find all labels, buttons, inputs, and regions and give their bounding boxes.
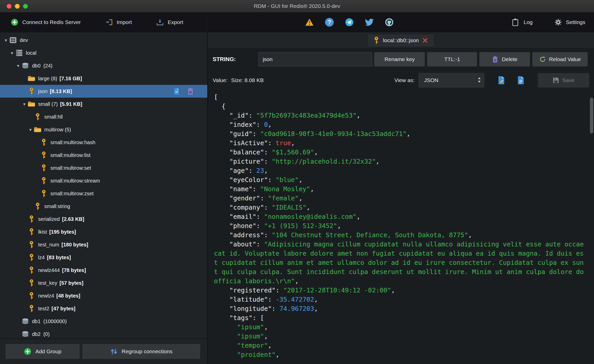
close-tab-icon[interactable] [422, 38, 428, 43]
edit-key-icon[interactable] [173, 87, 180, 95]
json-line: "address": "104 Chestnut Street, Defianc… [214, 231, 584, 240]
tab-key-json[interactable]: local::db0::json [368, 34, 434, 47]
expander-down-icon[interactable]: ▼ [21, 102, 28, 106]
delete-key-icon[interactable] [187, 87, 194, 95]
tree-item-small-7-[interactable]: ▼small (7)[5.91 KB] [0, 98, 207, 110]
key-icon [40, 164, 48, 172]
tree-item-db1[interactable]: db1(1000000) [0, 315, 207, 328]
edit-in-editor-icon[interactable] [498, 76, 505, 85]
tree-item-lz4[interactable]: lz4[83 bytes] [0, 251, 207, 264]
twitter-icon[interactable] [365, 18, 374, 27]
tree-item-small-multirow-hash[interactable]: small:multirow:hash [0, 136, 207, 149]
tree-item-db0[interactable]: ▼db0(24) [0, 59, 207, 72]
expander-down-icon[interactable]: ▼ [3, 38, 9, 42]
tree-item-label: test2 [38, 306, 49, 312]
tree-item-label: json [38, 88, 48, 94]
help-icon[interactable]: ? [325, 18, 334, 27]
json-line: "age": 23, [214, 166, 584, 175]
value-panel: local::db0::json STRING: Rename key TTL:… [208, 32, 594, 364]
key-icon [28, 241, 35, 248]
tree-item-label: db0 [32, 63, 40, 69]
open-as-file-icon[interactable] [517, 76, 525, 85]
tree-item-db2[interactable]: db2(0) [0, 328, 207, 338]
sidebar-footer: Add Group Regroup connections [0, 338, 207, 364]
tree-item-multirow-5-[interactable]: ▼multirow (5) [0, 123, 207, 136]
key-icon [34, 113, 41, 121]
tree-item-small-hll[interactable]: small:hll [0, 110, 207, 123]
window-title: RDM - GUI for Redis® 2020.5.0-dev [254, 3, 340, 9]
tree-item-size: [195 bytes] [49, 229, 76, 235]
key-icon [28, 215, 35, 223]
save-label: Save [562, 77, 575, 83]
dbstack-icon [15, 49, 23, 57]
warning-icon[interactable] [305, 18, 314, 27]
tree-item-local[interactable]: ▼local [0, 47, 207, 59]
ttl-button[interactable]: TTL:-1 [427, 52, 477, 66]
tree-item-json[interactable]: json[8.13 KB] [0, 85, 207, 98]
tree-item-count: (24) [43, 63, 52, 69]
tree-item-size: [180 bytes] [61, 242, 88, 248]
expander-down-icon[interactable]: ▼ [27, 128, 34, 132]
json-line: [ [214, 93, 584, 102]
key-icon [28, 292, 35, 300]
tree-item-size: [5.91 KB] [60, 101, 82, 107]
reload-icon [539, 56, 546, 63]
save-button[interactable]: Save [538, 73, 589, 87]
add-group-button[interactable]: Add Group [6, 344, 80, 359]
tree-item-label: lz4 [38, 255, 45, 260]
expander-down-icon[interactable]: ▼ [9, 51, 15, 55]
json-line: "name": "Nona Mosley", [214, 185, 584, 194]
tree-item-small-multirow-stream[interactable]: small:multirow:stream [0, 174, 207, 187]
tree-item-small-multirow-zset[interactable]: small:multirow:zset [0, 187, 207, 200]
tree-item-label: serialized [38, 216, 60, 222]
value-tools [498, 76, 525, 85]
github-icon[interactable] [385, 18, 394, 27]
json-line: "proident", [214, 350, 584, 359]
tree-item-lkist[interactable]: lkist[195 bytes] [0, 225, 207, 238]
tree-item-small-multirow-set[interactable]: small:multirow:set [0, 162, 207, 174]
tree-item-dev[interactable]: ▼dev [0, 34, 207, 47]
connections-tree[interactable]: ▼dev▼local▼db0(24)large (8)[7.16 GB]json… [0, 32, 207, 338]
connect-button[interactable]: Connect to Redis Server [11, 18, 81, 26]
tree-item-newlz444[interactable]: newlz444[78 bytes] [0, 264, 207, 277]
minimize-window-button[interactable] [15, 4, 20, 9]
tree-item-label: db1 [32, 318, 40, 324]
tree-item-test2[interactable]: test2[47 bytes] [0, 302, 207, 315]
key-header-row: STRING: Rename key TTL:-1 Delete [208, 49, 594, 70]
reload-value-button[interactable]: Reload Value [532, 52, 588, 66]
settings-button[interactable]: Settings [554, 18, 585, 26]
rename-key-button[interactable]: Rename key [374, 52, 425, 66]
key-icon [374, 37, 380, 44]
toolbar: Connect to Redis Server Import Export ? [0, 13, 594, 32]
tree-row-actions [173, 87, 194, 95]
json-line: "latitude": -35.472702, [214, 295, 584, 304]
scrollbar-thumb[interactable] [590, 98, 593, 133]
tree-item-test-num[interactable]: test_num[180 bytes] [0, 238, 207, 251]
import-icon [105, 18, 113, 26]
value-editor[interactable]: [ { "_id": "5f7b26973c483ea3479d4e53", "… [208, 90, 594, 364]
delete-key-button[interactable]: Delete [479, 52, 530, 66]
toolbar-left: Connect to Redis Server Import Export [0, 13, 207, 32]
sort-arrows-icon [110, 348, 118, 355]
tree-item-large-8-[interactable]: large (8)[7.16 GB] [0, 72, 207, 85]
tree-item-test-key[interactable]: test_key[57 bytes] [0, 277, 207, 289]
close-window-button[interactable] [7, 4, 12, 9]
log-button[interactable]: Log [512, 18, 533, 26]
tree-item-small-string[interactable]: small:string [0, 200, 207, 213]
chevron-updown-icon [477, 76, 481, 84]
export-button[interactable]: Export [156, 18, 183, 26]
tree-item-serialized[interactable]: serialized[2.63 KB] [0, 213, 207, 225]
tree-item-newlz4[interactable]: newlz4[48 bytes] [0, 289, 207, 302]
key-icon [28, 254, 35, 261]
view-as-select[interactable]: JSON [419, 73, 484, 87]
telegram-icon[interactable] [345, 18, 354, 27]
tree-item-label: dev [20, 37, 28, 43]
key-icon [34, 202, 41, 210]
expander-down-icon[interactable]: ▼ [15, 64, 21, 68]
key-name-input[interactable] [258, 52, 372, 66]
plus-circle-icon [11, 18, 18, 26]
regroup-connections-button[interactable]: Regroup connections [82, 344, 200, 359]
tree-item-small-multirow-list[interactable]: small:multirow:list [0, 149, 207, 162]
zoom-window-button[interactable] [23, 4, 28, 9]
import-button[interactable]: Import [105, 18, 132, 26]
